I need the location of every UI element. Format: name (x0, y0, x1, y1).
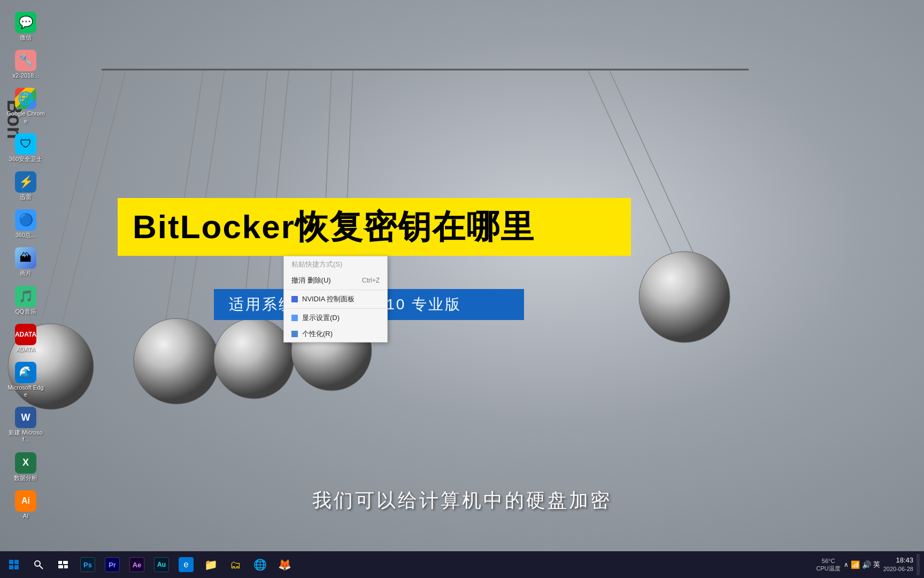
word-label: 新建 Microsof... (6, 429, 45, 443)
menu-item-paste-shortcut-label: 粘贴快捷方式(S) (291, 260, 342, 269)
svg-point-12 (134, 318, 219, 404)
explorer-taskbar-icon: 🗂 (228, 557, 243, 572)
show-desktop-button[interactable] (917, 554, 920, 575)
taskbar-folder[interactable]: 📁 (199, 551, 222, 578)
desktop-icon-word[interactable]: W 新建 Microsof... (4, 405, 47, 445)
desktop-icon-qqmusic[interactable]: 🎵 QQ音乐 (4, 284, 47, 317)
svg-rect-25 (64, 565, 68, 568)
menu-item-personalize-label: 个性化(R) (302, 329, 333, 339)
ps-taskbar-icon: Ps (80, 557, 95, 572)
x2-icon: 🔧 (15, 50, 36, 71)
clock-date: 2020-06-28 (883, 565, 913, 573)
taskbar: Ps Pr Ae Au e (0, 551, 924, 578)
360b-icon: 🔵 (15, 209, 36, 231)
display-dot (291, 315, 298, 321)
taskbar-pr[interactable]: Pr (101, 551, 124, 578)
start-button[interactable] (2, 551, 26, 578)
svg-line-2 (61, 71, 126, 326)
svg-line-3 (166, 71, 203, 321)
clock-time: 18:43 (883, 556, 913, 565)
pr-taskbar-icon: Pr (105, 557, 120, 572)
thunder-icon: ⚡ (15, 171, 36, 193)
360-label: 360安全卫士 (9, 156, 42, 163)
svg-rect-16 (9, 560, 13, 564)
au-taskbar-icon: Au (154, 557, 169, 572)
desktop-icon-360b[interactable]: 🔵 360总... (4, 207, 47, 241)
svg-point-15 (639, 252, 730, 343)
svg-rect-22 (58, 561, 62, 564)
menu-item-paste-shortcut[interactable]: 粘贴快捷方式(S) (284, 256, 387, 272)
desktop-icon-x2[interactable]: 🔧 x2-2018... (4, 48, 47, 81)
desktop-icon-adata[interactable]: ADATA ADATA (4, 322, 47, 355)
menu-separator-2 (284, 308, 387, 309)
desktop-icon-thunder[interactable]: ⚡ 迅雷 (4, 169, 47, 203)
folder-taskbar-icon: 📁 (203, 557, 218, 572)
word-icon: W (15, 407, 36, 428)
chrome-icon: 🌐 (15, 88, 36, 109)
svg-line-4 (187, 71, 225, 321)
desktop-icon-excel[interactable]: X 数据分析 (4, 450, 47, 484)
personalize-dot (291, 331, 298, 337)
menu-separator-1 (284, 290, 387, 290)
taskbar-au[interactable]: Au (150, 551, 173, 578)
desktop-icon-chrome[interactable]: 🌐 Google Chrome (4, 86, 47, 126)
adata-label: ADATA (16, 346, 35, 353)
photo-icon: 🏔 (15, 247, 36, 269)
main-title: BitLocker恢复密钥在哪里 (133, 204, 616, 249)
menu-item-display-label: 显示设置(D) (302, 313, 340, 323)
qqmusic-icon: 🎵 (15, 286, 36, 307)
menu-item-personalize[interactable]: 个性化(R) (284, 326, 387, 342)
system-tray: ∧ 📶 🔊 英 (844, 560, 880, 569)
search-button[interactable] (27, 551, 50, 578)
svg-rect-17 (14, 560, 19, 564)
menu-item-undo[interactable]: 撤消 删除(U) Ctrl+Z (284, 272, 387, 288)
menu-item-nvidia[interactable]: NVIDIA 控制面板 (284, 291, 387, 307)
taskbar-ae[interactable]: Ae (125, 551, 149, 578)
title-overlay: BitLocker恢复密钥在哪里 (118, 198, 631, 256)
desktop-icons-container: 💬 微信 🔧 x2-2018... 🌐 Google Chrome 🛡 360安… (0, 5, 64, 526)
menu-item-undo-shortcut: Ctrl+Z (362, 277, 380, 284)
x2-label: x2-2018... (13, 72, 39, 79)
wechat-label: 微信 (20, 34, 32, 41)
bottom-subtitle-text: 我们可以给计算机中的硬盘加密 (312, 489, 612, 511)
taskbar-ie[interactable]: e (174, 551, 198, 578)
clock[interactable]: 18:43 2020-06-28 (883, 556, 913, 573)
taskbar-ps[interactable]: Ps (76, 551, 99, 578)
desktop-icon-360[interactable]: 🛡 360安全卫士 (4, 131, 47, 165)
svg-rect-23 (63, 561, 68, 564)
taskbar-right: 56°C CPU温度 ∧ 📶 🔊 英 18:43 2020-06-28 (816, 554, 924, 575)
taskbar-firefox[interactable]: 🦊 (273, 551, 296, 578)
desktop-icon-edge[interactable]: 🌊 Microsoft Edge (4, 360, 47, 400)
context-menu: 粘贴快捷方式(S) 撤消 删除(U) Ctrl+Z NVIDIA 控制面板 显示… (283, 256, 388, 343)
wechat-icon: 💬 (15, 12, 36, 33)
edge-label: Microsoft Edge (6, 384, 45, 398)
tray-lang[interactable]: 英 (873, 560, 880, 569)
firefox-taskbar-icon: 🦊 (277, 557, 292, 572)
excel-icon: X (15, 452, 36, 474)
menu-item-undo-label: 撤消 删除(U) (291, 276, 331, 285)
task-view-button[interactable] (51, 551, 75, 578)
taskbar-explorer[interactable]: 🗂 (224, 551, 247, 578)
ie-taskbar-icon: e (179, 557, 194, 572)
menu-item-nvidia-label: NVIDIA 控制面板 (302, 294, 355, 304)
edge-icon: 🌊 (15, 362, 36, 383)
svg-rect-18 (9, 565, 13, 569)
desktop-icon-photo[interactable]: 🏔 画片 (4, 245, 47, 279)
thunder-label: 迅雷 (20, 194, 32, 201)
tray-network[interactable]: 📶 (851, 560, 860, 569)
chrome-taskbar-icon: 🌐 (252, 557, 267, 572)
svg-line-5 (243, 71, 267, 316)
desktop-icon-wechat[interactable]: 💬 微信 (4, 10, 47, 43)
adata-icon: ADATA (15, 324, 36, 345)
360b-label: 360总... (16, 232, 36, 239)
nvidia-dot (291, 296, 298, 302)
tray-volume[interactable]: 🔊 (862, 560, 871, 569)
svg-line-21 (40, 566, 43, 569)
bottom-subtitle-container: 我们可以给计算机中的硬盘加密 (0, 488, 924, 514)
ae-taskbar-icon: Ae (129, 557, 144, 572)
tray-up-arrow[interactable]: ∧ (844, 561, 849, 568)
menu-item-display[interactable]: 显示设置(D) (284, 310, 387, 326)
taskbar-chrome[interactable]: 🌐 (248, 551, 272, 578)
svg-rect-24 (58, 565, 63, 568)
excel-label: 数据分析 (14, 475, 37, 482)
